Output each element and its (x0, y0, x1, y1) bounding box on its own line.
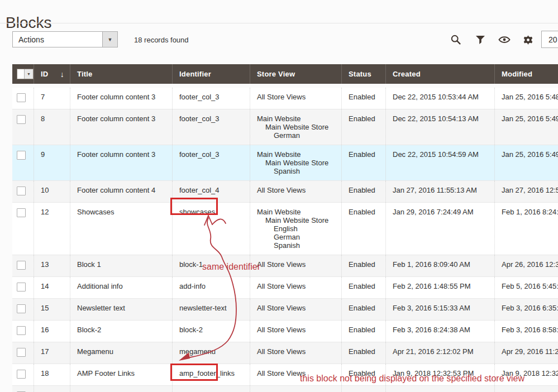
table-row[interactable]: 12ShowcasesshowcasesMain WebsiteMain Web… (12, 203, 558, 255)
header-cell-id[interactable]: ID ↓ (34, 64, 70, 84)
header-cell-identifier[interactable]: Identifier (172, 64, 250, 84)
cell-title: AMP Footer Links (70, 364, 172, 385)
cell-store-view: All Store Views (250, 277, 341, 298)
cell-created: Dec 22, 2015 10:54:13 AM (385, 109, 494, 145)
row-checkbox[interactable] (17, 370, 26, 379)
cell-title: Showcases - Norway (70, 386, 172, 392)
cell-identifier: amp_footer_links (172, 364, 250, 385)
cell-id: 18 (34, 364, 70, 385)
cell-identifier: showcases (172, 386, 250, 392)
table-row[interactable]: 16Block-2block-2All Store ViewsEnabledFe… (12, 321, 558, 342)
header-label-id: ID (41, 70, 48, 78)
table-row[interactable]: 18AMP Footer Linksamp_footer_linksAll St… (12, 364, 558, 386)
cell-identifier: footer_col_3 (172, 145, 250, 180)
header-cell-status[interactable]: Status (341, 64, 385, 84)
cell-status: Enabled (341, 364, 385, 385)
gear-icon[interactable] (520, 32, 536, 47)
per-page-input[interactable]: 20 (541, 31, 558, 48)
cell-checkbox (12, 299, 34, 320)
header-cell-checkbox: ▼ (12, 64, 34, 84)
title-divider (0, 23, 558, 23)
cell-id: 15 (34, 299, 70, 320)
row-checkbox[interactable] (17, 93, 26, 102)
cell-checkbox (12, 364, 34, 385)
grid-header-row: ▼ ID ↓ Title Identifier Store View Statu… (12, 64, 558, 84)
cell-modified: Apr 26, 2016 12:32:57 (494, 255, 558, 276)
cell-status: Enabled (341, 145, 385, 180)
cell-title: Footer column content 3 (70, 145, 172, 180)
cell-identifier: block-1 (172, 255, 250, 276)
cell-store-view: All Store Views (250, 299, 341, 320)
store-view-line: Main Website Store (257, 123, 338, 131)
table-row[interactable]: 14Additional infoadd-infoAll Store Views… (12, 277, 558, 299)
row-checkbox[interactable] (17, 208, 26, 217)
store-view-line: All Store Views (257, 304, 338, 312)
cell-status: Enabled (341, 321, 385, 342)
records-count: 18 records found (134, 36, 189, 44)
table-row[interactable]: 15Newsletter textnewsletter-textAll Stor… (12, 299, 558, 321)
cell-status: Enabled (341, 277, 385, 298)
filter-icon[interactable] (473, 32, 488, 47)
table-row[interactable]: 17MegamenumegamenuAll Store ViewsEnabled… (12, 342, 558, 364)
cell-modified: Apr 29, 2016 11:20:02 (494, 342, 558, 364)
cell-modified: Feb 3, 2016 8:58:39 A (494, 321, 558, 342)
table-row[interactable]: 10Footer column content 4footer_col_4All… (12, 181, 558, 203)
actions-dropdown[interactable]: Actions ▼ (12, 31, 118, 47)
cell-modified: Jan 25, 2016 5:49:20 A (494, 109, 558, 145)
cell-created: Feb 3, 2016 5:15:33 AM (385, 299, 494, 320)
cell-title: Footer column content 3 (70, 88, 172, 109)
cell-identifier: newsletter-text (172, 299, 250, 320)
identifier-value: block-2 (179, 326, 203, 334)
cell-title: Megamenu (70, 342, 172, 364)
table-row[interactable]: 8Footer column content 3footer_col_3Main… (12, 109, 558, 145)
cell-store-view: All Store Views (250, 342, 341, 364)
table-row[interactable]: 9Footer column content 3footer_col_3Main… (12, 145, 558, 181)
row-checkbox[interactable] (17, 304, 26, 313)
identifier-value: footer_col_3 (179, 93, 220, 101)
search-icon[interactable] (448, 32, 464, 47)
cell-id: 10 (34, 181, 70, 202)
cell-store-view: All Store Views (250, 364, 341, 385)
header-cell-title[interactable]: Title (70, 64, 172, 84)
table-row[interactable]: 19Showcases - NorwayshowcasesMain Websit… (12, 386, 558, 392)
row-checkbox[interactable] (17, 283, 26, 291)
cell-store-view: All Store Views (250, 181, 341, 202)
cell-checkbox (12, 321, 34, 342)
cell-status: Enabled (341, 299, 385, 320)
row-checkbox[interactable] (17, 326, 26, 335)
row-checkbox[interactable] (17, 348, 26, 357)
cell-title: Footer column content 3 (70, 109, 172, 145)
cell-id: 12 (34, 203, 70, 255)
cell-store-view: Main WebsiteMain Website StoreGerman (250, 109, 341, 145)
cell-store-view: Main WebsiteMain Website StoreEnglishGer… (250, 203, 341, 255)
cell-identifier: megamenu (172, 342, 250, 364)
cell-created: Dec 22, 2015 10:54:59 AM (385, 145, 494, 180)
row-checkbox[interactable] (17, 261, 26, 270)
select-all-box (17, 69, 24, 79)
cell-modified: Feb 1, 2016 8:24:05 A (494, 203, 558, 255)
cell-created: Feb 2, 2016 1:48:55 PM (385, 277, 494, 298)
identifier-value: footer_col_3 (179, 150, 220, 159)
row-checkbox[interactable] (17, 115, 26, 124)
header-cell-modified[interactable]: Modified (494, 64, 558, 84)
row-checkbox[interactable] (17, 187, 26, 195)
header-cell-store-view[interactable]: Store View (250, 64, 341, 84)
store-view-line: All Store Views (257, 347, 338, 356)
cell-created: Feb 1, 2016 8:09:40 AM (385, 255, 494, 276)
eye-icon[interactable] (497, 32, 512, 47)
store-view-line: All Store Views (257, 186, 338, 194)
cell-title: Block 1 (70, 255, 172, 276)
header-cell-created[interactable]: Created (385, 64, 494, 84)
cell-modified: Feb 5, 2016 5:45:49 A (494, 277, 558, 298)
table-row[interactable]: 13Block 1block-1All Store ViewsEnabledFe… (12, 255, 558, 277)
identifier-value: amp_footer_links (179, 369, 235, 377)
select-all-checkbox[interactable]: ▼ (17, 69, 34, 79)
cell-created: Jan 29, 2016 7:24:49 AM (385, 203, 494, 255)
cell-title: Additional info (70, 277, 172, 298)
cell-id: 7 (34, 88, 70, 109)
row-checkbox[interactable] (17, 151, 26, 160)
table-row[interactable]: 7Footer column content 3footer_col_3All … (12, 88, 558, 109)
cell-modified: Jan 25, 2016 5:49:51 A (494, 145, 558, 180)
store-view-line: All Store Views (257, 282, 338, 290)
store-view-line: All Store Views (257, 260, 338, 269)
